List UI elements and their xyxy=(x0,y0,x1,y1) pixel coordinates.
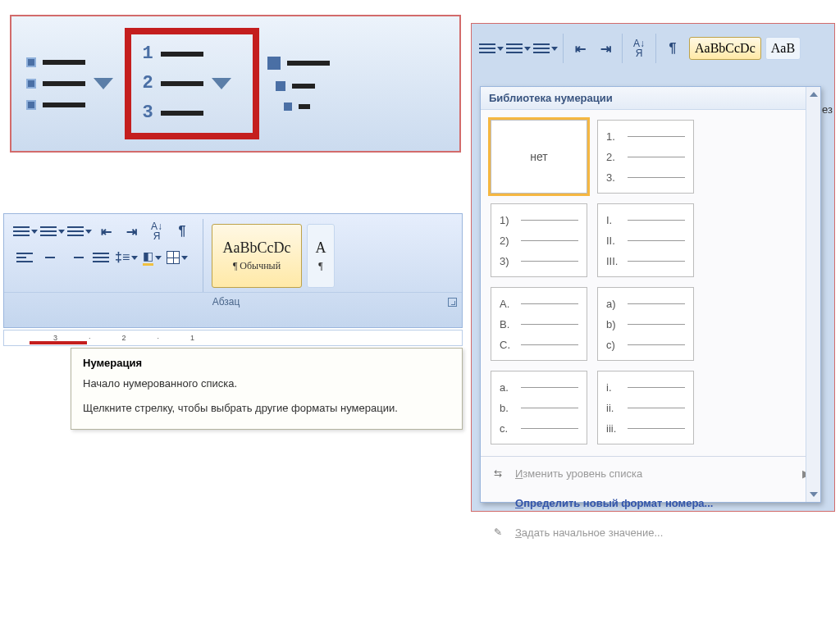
gallery-option-abc-paren[interactable]: a) b) c) xyxy=(597,287,694,361)
gallery-scrollbar[interactable] xyxy=(806,87,820,502)
bullets-button-large[interactable] xyxy=(26,43,125,125)
gallery-option-abc-lower[interactable]: a. b. c. xyxy=(491,371,587,444)
digit-2: 2 xyxy=(141,75,154,93)
style-normal[interactable]: AaBbCcDc ¶ Обычный xyxy=(212,224,302,288)
multilevel-button-large[interactable] xyxy=(267,43,330,125)
red-underline-marker xyxy=(30,341,87,344)
multilevel-button[interactable] xyxy=(66,219,93,244)
zoomed-list-buttons-panel: 1 2 3 xyxy=(10,15,461,153)
rp-multilevel[interactable] xyxy=(532,36,559,61)
tooltip-title: Нумерация xyxy=(83,357,450,369)
align-center-button[interactable] xyxy=(38,245,62,270)
cmd-change-level: ⇆ Изменить уровень списка ▶ xyxy=(481,458,820,488)
digit-1: 1 xyxy=(141,45,154,63)
rp-style-cut[interactable]: AaB xyxy=(765,37,801,60)
justify-button[interactable] xyxy=(89,245,113,270)
group-label-paragraph: Абзац xyxy=(4,292,462,311)
gallery-option-abc-upper[interactable]: A. B. C. xyxy=(491,287,587,361)
highlight-numbering-button: 1 2 3 xyxy=(125,28,259,139)
rp-sort[interactable]: А↓Я xyxy=(627,36,651,61)
bullets-button[interactable] xyxy=(12,219,39,244)
numbering-button[interactable] xyxy=(39,219,66,244)
tooltip-line1: Начало нумерованного списка. xyxy=(83,376,450,392)
sort-button[interactable]: А↓Я xyxy=(144,219,169,244)
gallery-option-123paren[interactable]: 1) 2) 3) xyxy=(491,203,587,277)
gallery-option-none[interactable]: нет xyxy=(491,120,587,194)
cmd-set-start: ✎ Задать начальное значение... xyxy=(481,517,820,547)
paragraph-ribbon-group: ⇤ ⇥ А↓Я ¶ ‡≡ ◧ AaBbCcDc ¶ Обычный A xyxy=(3,213,463,328)
indent-increase-button[interactable]: ⇥ xyxy=(119,219,144,244)
line-spacing-button[interactable]: ‡≡ xyxy=(114,245,139,270)
rp-style-normal[interactable]: AaBbCcDc xyxy=(689,37,761,60)
rp-bullets[interactable] xyxy=(478,36,504,61)
cut-text-fragment: ез xyxy=(822,103,833,116)
borders-button[interactable] xyxy=(165,245,189,270)
rp-paragraph-ribbon: ⇤ ⇥ А↓Я ¶ AaBbCcDc AaB xyxy=(472,24,834,73)
numbering-button-large[interactable]: 1 2 3 xyxy=(141,43,243,125)
align-left-button[interactable] xyxy=(12,245,37,270)
rp-numbering[interactable] xyxy=(505,36,532,61)
edit-icon: ✎ xyxy=(491,525,505,540)
indent-icon: ⇆ xyxy=(491,466,505,481)
chevron-down-icon[interactable] xyxy=(94,78,113,89)
cmd-define-format[interactable]: Определить новый формат номера... xyxy=(481,488,820,517)
rp-indent-inc[interactable]: ⇥ xyxy=(593,36,618,61)
digit-3: 3 xyxy=(141,104,154,122)
right-screenshot-panel: ⇤ ⇥ А↓Я ¶ AaBbCcDc AaB ез Библиотека нум… xyxy=(471,23,835,512)
gallery-header: Библиотека нумерации xyxy=(481,87,820,110)
gallery-option-123dot[interactable]: 1. 2. 3. xyxy=(597,120,694,194)
tooltip-line2: Щелкните стрелку, чтобы выбрать другие ф… xyxy=(83,400,450,417)
gallery-option-roman-upper[interactable]: I. II. III. xyxy=(597,203,694,277)
numbering-gallery: Библиотека нумерации нет 1. 2. 3. 1) 2) … xyxy=(480,86,821,503)
indent-decrease-button[interactable]: ⇤ xyxy=(94,219,118,244)
style-next[interactable]: A ¶ xyxy=(307,224,335,288)
show-marks-button[interactable]: ¶ xyxy=(170,219,194,244)
dialog-launcher-icon[interactable] xyxy=(448,298,457,307)
chevron-down-icon[interactable] xyxy=(212,78,231,89)
tooltip-numbering: Нумерация Начало нумерованного списка. Щ… xyxy=(71,348,463,430)
rp-indent-dec[interactable]: ⇤ xyxy=(568,36,592,61)
styles-group: AaBbCcDc ¶ Обычный A ¶ xyxy=(203,219,335,292)
shading-button[interactable]: ◧ xyxy=(139,245,164,270)
gallery-option-roman-lower[interactable]: i. ii. iii. xyxy=(597,371,694,444)
align-right-button[interactable] xyxy=(63,245,88,270)
rp-pilcrow[interactable]: ¶ xyxy=(660,36,685,61)
